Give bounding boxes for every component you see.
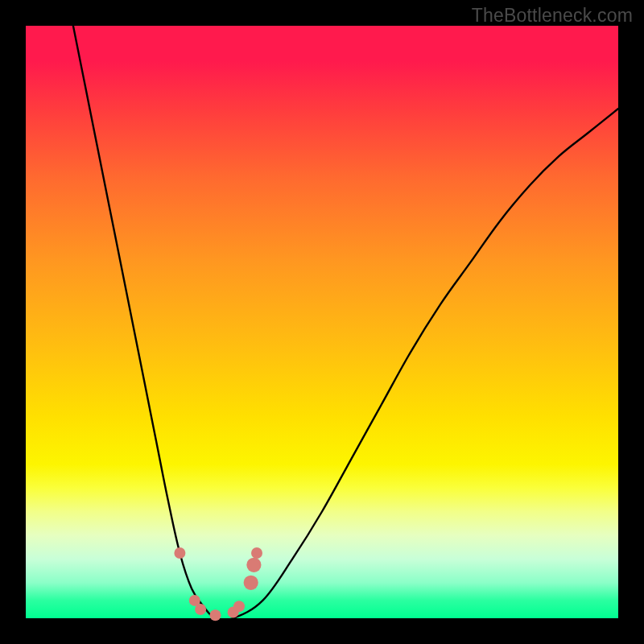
bottleneck-curve-path	[73, 26, 618, 621]
curve-marker	[174, 547, 185, 559]
watermark-text: TheBottleneck.com	[472, 5, 633, 27]
curve-marker	[251, 547, 262, 559]
curve-marker	[246, 558, 261, 572]
curve-markers	[174, 547, 262, 621]
plot-area	[26, 26, 618, 618]
curve-marker	[210, 609, 221, 621]
bottleneck-curve-svg	[26, 26, 618, 618]
chart-frame: TheBottleneck.com	[0, 0, 644, 644]
curve-marker	[195, 604, 206, 615]
curve-marker	[233, 601, 245, 612]
curve-marker	[244, 576, 258, 590]
